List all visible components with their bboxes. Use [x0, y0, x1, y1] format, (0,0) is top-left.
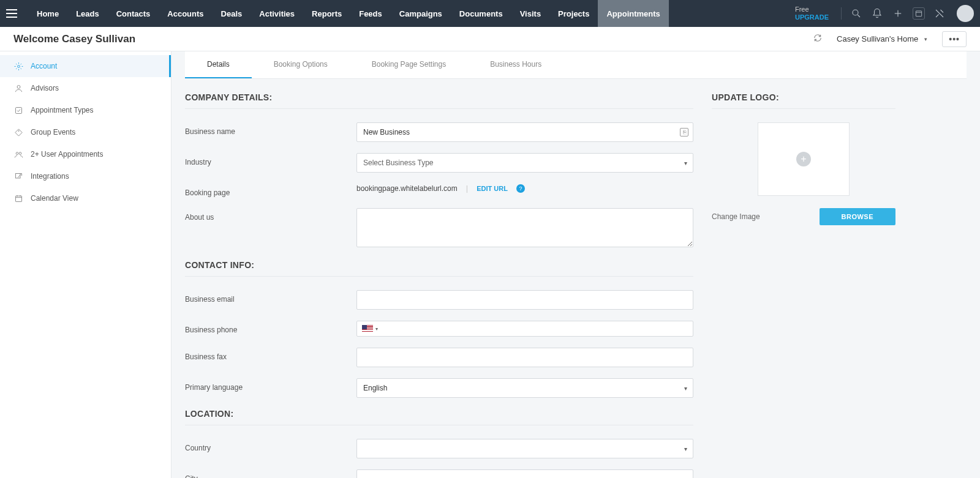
nav-appointments[interactable]: Appointments	[598, 0, 668, 27]
chevron-down-icon: ▾	[924, 36, 927, 42]
label-city: City	[185, 469, 356, 478]
section-company-title: COMPANY DETAILS:	[185, 92, 693, 109]
about-us-textarea[interactable]	[356, 208, 693, 247]
label-booking-page: Booking page	[185, 184, 356, 197]
nav-activities[interactable]: Activities	[251, 0, 303, 27]
svg-point-6	[17, 65, 20, 67]
sidebar-item-label: Account	[31, 62, 57, 70]
tab-details[interactable]: Details	[185, 51, 252, 78]
sidebar-item-group-events[interactable]: Group Events	[0, 121, 171, 143]
business-phone-input[interactable]: ▾	[356, 321, 693, 337]
sidebar-item-integrations[interactable]: Integrations	[0, 165, 171, 187]
section-location-title: LOCATION:	[185, 409, 693, 425]
label-business-email: Business email	[185, 290, 356, 304]
plus-circle-icon: +	[796, 152, 811, 166]
sidebar-item-account[interactable]: Account	[0, 55, 171, 77]
industry-select[interactable]: Select Business Type	[356, 153, 693, 173]
label-business-phone: Business phone	[185, 321, 356, 334]
sidebar-item-label: 2+ User Appointments	[31, 150, 103, 159]
plus-icon[interactable]	[892, 7, 904, 20]
plan-label: Free	[795, 6, 809, 13]
svg-point-9	[18, 130, 18, 131]
us-flag-icon[interactable]	[362, 325, 373, 332]
section-logo-title: UPDATE LOGO:	[712, 92, 895, 109]
tab-booking-page-settings[interactable]: Booking Page Settings	[350, 51, 468, 78]
nav-feeds[interactable]: Feeds	[350, 0, 391, 27]
tag-icon	[13, 127, 23, 137]
nav-contacts[interactable]: Contacts	[108, 0, 159, 27]
nav-reports[interactable]: Reports	[303, 0, 350, 27]
welcome-text: Welcome Casey Sullivan	[13, 33, 135, 45]
tools-icon[interactable]	[933, 7, 946, 20]
sidebar-item-advisors[interactable]: Advisors	[0, 77, 171, 99]
edit-url-link[interactable]: EDIT URL	[477, 185, 508, 192]
city-input[interactable]	[356, 469, 693, 478]
business-fax-input[interactable]	[356, 348, 693, 367]
sidebar-item-label: Calendar View	[31, 194, 78, 203]
nav-projects[interactable]: Projects	[549, 0, 598, 27]
svg-line-1	[858, 15, 860, 17]
user-icon	[13, 83, 23, 93]
avatar[interactable]	[957, 5, 974, 22]
svg-rect-8	[15, 107, 21, 113]
svg-point-10	[16, 152, 18, 154]
chevron-down-icon: ▾	[375, 326, 378, 332]
sidebar-item-label: Group Events	[31, 128, 75, 136]
help-icon[interactable]: ?	[516, 184, 525, 193]
main-content: DetailsBooking OptionsBooking Page Setti…	[172, 51, 980, 478]
label-business-name: Business name	[185, 122, 356, 136]
booking-url-text: bookingpage.whitelabelurl.com	[356, 184, 458, 193]
tab-business-hours[interactable]: Business Hours	[468, 51, 564, 78]
sidebar: AccountAdvisorsAppointment TypesGroup Ev…	[0, 51, 172, 478]
home-selector[interactable]: Casey Sullivan's Home ▾	[832, 34, 932, 43]
change-image-label: Change Image	[712, 212, 760, 221]
svg-point-7	[17, 85, 20, 88]
sidebar-item-label: Advisors	[31, 84, 59, 92]
sidebar-item-label: Appointment Types	[31, 106, 94, 114]
section-contact-title: CONTACT INFO:	[185, 260, 693, 277]
search-icon[interactable]	[850, 7, 862, 20]
nav-documents[interactable]: Documents	[451, 0, 511, 27]
users-icon	[13, 149, 23, 159]
field-assist-icon[interactable]: ⎘	[680, 128, 688, 136]
primary-language-select[interactable]: English	[356, 378, 693, 398]
business-email-input[interactable]	[356, 290, 693, 310]
tab-booking-options[interactable]: Booking Options	[252, 51, 350, 78]
subheader: Welcome Casey Sullivan Casey Sullivan's …	[0, 27, 980, 51]
nav-accounts[interactable]: Accounts	[159, 0, 212, 27]
gear-icon	[13, 61, 23, 71]
nav-home[interactable]: Home	[28, 0, 67, 27]
label-country: Country	[185, 439, 356, 452]
nav-visits[interactable]: Visits	[511, 0, 549, 27]
business-name-input[interactable]	[356, 122, 693, 142]
sidebar-item-appointment-types[interactable]: Appointment Types	[0, 99, 171, 121]
external-icon	[13, 171, 23, 181]
nav-campaigns[interactable]: Campaigns	[391, 0, 451, 27]
upgrade-block: Free UPGRADE	[795, 6, 829, 21]
logo-upload-area[interactable]: +	[758, 122, 850, 196]
svg-point-0	[853, 10, 858, 15]
reload-icon[interactable]	[813, 34, 822, 44]
top-nav: HomeLeadsContactsAccountsDealsActivities…	[0, 0, 980, 27]
country-select[interactable]	[356, 439, 693, 458]
calendar-icon	[13, 193, 23, 203]
sidebar-item-calendar-view[interactable]: Calendar View	[0, 187, 171, 209]
nav-leads[interactable]: Leads	[67, 0, 108, 27]
svg-point-11	[19, 152, 21, 154]
svg-rect-13	[15, 196, 21, 201]
svg-rect-4	[916, 11, 921, 17]
home-label: Casey Sullivan's Home	[837, 34, 918, 43]
upgrade-link[interactable]: UPGRADE	[795, 13, 829, 21]
browse-button[interactable]: BROWSE	[820, 208, 896, 225]
bell-icon[interactable]	[871, 7, 883, 20]
label-business-fax: Business fax	[185, 348, 356, 361]
tabs: DetailsBooking OptionsBooking Page Setti…	[185, 51, 967, 79]
hamburger-icon[interactable]	[6, 9, 17, 18]
nav-deals[interactable]: Deals	[213, 0, 251, 27]
sidebar-item-label: Integrations	[31, 172, 69, 181]
calendar-icon[interactable]	[913, 7, 925, 20]
sidebar-item-2-user-appointments[interactable]: 2+ User Appointments	[0, 143, 171, 165]
check-square-icon	[13, 105, 23, 115]
label-primary-language: Primary language	[185, 378, 356, 392]
more-actions-button[interactable]: •••	[942, 31, 967, 47]
